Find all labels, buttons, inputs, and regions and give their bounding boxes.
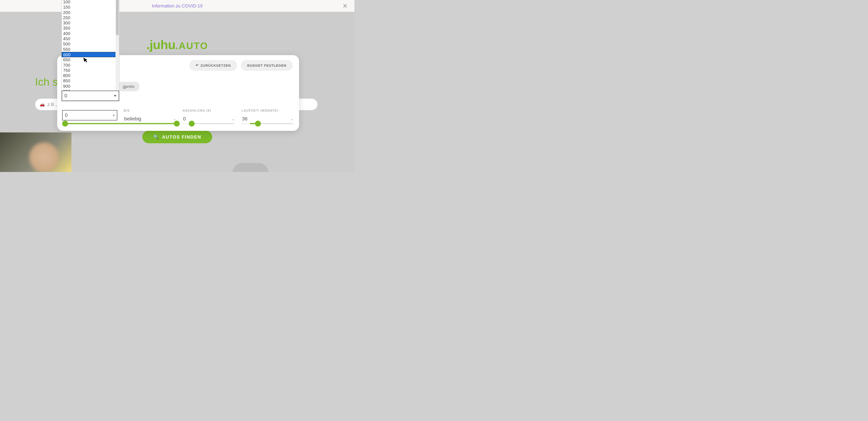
dropdown-option[interactable]: 100 — [62, 0, 119, 4]
set-budget-label: BUDGET FESTLEGEN — [247, 64, 286, 67]
slider-price[interactable] — [62, 121, 180, 126]
dropdown-option[interactable]: 250 — [62, 15, 119, 20]
banner-link[interactable]: Information zu COVID-19 — [152, 3, 203, 8]
chevron-down-icon: ▾ — [113, 113, 115, 118]
scrollbar-thumb[interactable] — [116, 0, 119, 35]
field-label-bis: BIS — [124, 109, 176, 112]
slider-handle-min[interactable] — [62, 121, 68, 127]
slider-handle[interactable] — [189, 121, 195, 127]
set-budget-button[interactable]: BUDGET FESTLEGEN — [241, 60, 293, 71]
dropdown-option[interactable]: 850 — [62, 78, 119, 84]
chevron-down-icon: ⌄ — [291, 117, 293, 121]
dropdown-option[interactable]: 500 — [62, 41, 119, 46]
close-icon[interactable]: ✕ — [342, 2, 348, 10]
dropdown-option[interactable]: 650 — [62, 57, 119, 62]
chevron-down-icon: ⌄ — [232, 117, 235, 121]
dropdown-listbox[interactable]: 1001502002503003504004505005506006507007… — [61, 0, 119, 101]
dropdown-option[interactable]: 150 — [62, 4, 119, 10]
dropdown-option[interactable]: 450 — [62, 36, 119, 41]
car-icon: 🚗 — [40, 102, 45, 107]
dropdown-option[interactable]: 700 — [62, 63, 119, 68]
dropdown-combobox[interactable]: 0 — [62, 91, 119, 101]
dropdown-value: 0 — [64, 93, 67, 99]
reset-button[interactable]: ↶ ZURÜCKSETZEN — [189, 60, 237, 71]
dropdown-option[interactable]: 750 — [62, 68, 119, 73]
field-label-laufzeit: LAUFZEIT (MONATE) — [241, 109, 294, 112]
chevron-down-icon: ⌄ — [173, 117, 176, 121]
dropdown-option[interactable]: 400 — [62, 31, 119, 36]
slider-laufzeit[interactable] — [250, 121, 293, 126]
slider-anzahlung[interactable] — [189, 121, 234, 126]
dropdown-option[interactable]: 600 — [62, 52, 119, 57]
select-von[interactable]: 0 ▾ — [62, 110, 117, 121]
slider-handle[interactable] — [255, 121, 261, 127]
scrollbar-track[interactable] — [116, 0, 119, 101]
site-logo: .juhu.AUTO — [146, 37, 208, 52]
dropdown-option[interactable]: 300 — [62, 20, 119, 26]
search-icon: 🔍 — [153, 134, 159, 140]
chevron-down-icon — [114, 95, 116, 97]
dropdown-option[interactable]: 350 — [62, 26, 119, 31]
dropdown-option[interactable]: 200 — [62, 10, 119, 15]
undo-icon: ↶ — [195, 63, 199, 68]
find-cars-label: AUTOS FINDEN — [162, 134, 202, 140]
filter-chip[interactable]: gpreis — [118, 82, 140, 91]
car-silhouette — [232, 163, 269, 172]
dropdown-option[interactable]: 800 — [62, 73, 119, 78]
dropdown-option[interactable]: 550 — [62, 47, 119, 52]
webcam-overlay — [0, 132, 71, 172]
select-von-value: 0 — [65, 112, 68, 118]
dropdown-option[interactable]: 900 — [62, 84, 119, 89]
find-cars-button[interactable]: 🔍 AUTOS FINDEN — [143, 131, 212, 143]
search-placeholder: z.B. „ — [48, 102, 58, 107]
reset-label: ZURÜCKSETZEN — [200, 64, 231, 67]
slider-group — [62, 121, 293, 126]
covid-banner: Information zu COVID-19 ✕ — [0, 0, 354, 12]
slider-handle-max[interactable] — [174, 121, 180, 127]
field-label-anzahlung: ANZAHLUNG (€) — [183, 109, 235, 112]
